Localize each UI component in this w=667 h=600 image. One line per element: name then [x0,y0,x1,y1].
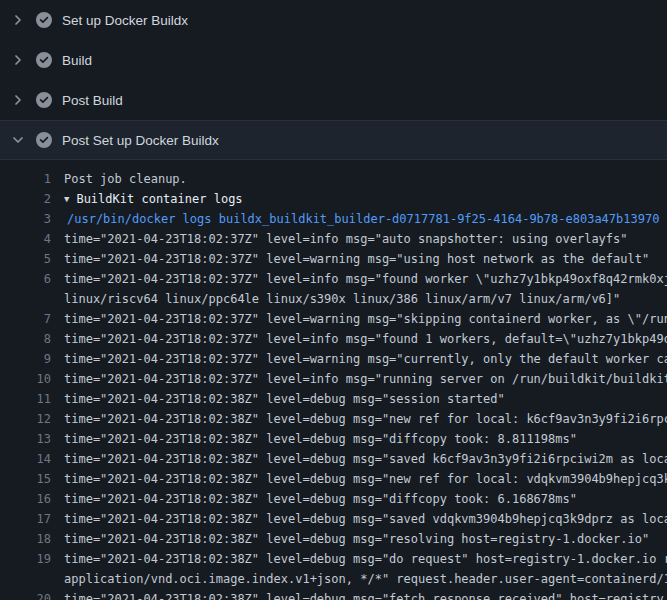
log-line-16: 16time="2021-04-23T18:02:38Z" level=debu… [0,489,667,509]
line-number[interactable]: 16 [0,489,51,509]
line-number[interactable]: 2 [0,189,51,209]
line-number[interactable]: 5 [0,249,51,269]
log-line-18: 18time="2021-04-23T18:02:38Z" level=debu… [0,529,667,549]
step-list: Set up Docker BuildxBuildPost BuildPost … [0,0,667,160]
log-text: time="2021-04-23T18:02:37Z" level=info m… [51,329,667,349]
log-text: Post job cleanup. [51,169,667,189]
log-command-text: /usr/bin/docker logs buildx_buildkit_bui… [51,209,667,229]
line-number[interactable]: 12 [0,409,51,429]
group-toggle-icon[interactable]: ▼ [64,189,69,209]
log-area: 1Post job cleanup.2▼BuildKit container l… [0,160,667,600]
log-text: time="2021-04-23T18:02:38Z" level=debug … [51,449,667,469]
actions-log-viewer: Set up Docker BuildxBuildPost BuildPost … [0,0,667,600]
chevron-down-icon [10,132,26,148]
log-line-1: 1Post job cleanup. [0,169,667,189]
log-line-6: 6time="2021-04-23T18:02:37Z" level=info … [0,269,667,289]
log-text: time="2021-04-23T18:02:37Z" level=warnin… [51,349,667,369]
line-number[interactable]: 10 [0,369,51,389]
log-line-20: 20time="2021-04-23T18:02:38Z" level=debu… [0,589,667,600]
step-header-post-set-up-docker-buildx[interactable]: Post Set up Docker Buildx [0,120,667,160]
line-number[interactable]: 3 [0,209,51,229]
chevron-right-icon [10,12,26,28]
line-number [0,289,51,309]
log-text: time="2021-04-23T18:02:38Z" level=debug … [51,509,667,529]
log-line-19: 19time="2021-04-23T18:02:38Z" level=debu… [0,549,667,569]
log-text: application/vnd.oci.image.index.v1+json,… [51,569,667,589]
line-number[interactable]: 1 [0,169,51,189]
log-text: time="2021-04-23T18:02:38Z" level=debug … [51,409,667,429]
line-number[interactable]: 17 [0,509,51,529]
step-label: Set up Docker Buildx [62,13,188,28]
log-text: time="2021-04-23T18:02:38Z" level=debug … [51,589,667,600]
log-text: time="2021-04-23T18:02:38Z" level=debug … [51,549,667,569]
check-circle-icon [36,52,52,68]
group-label: BuildKit container logs [76,192,242,206]
log-text: time="2021-04-23T18:02:37Z" level=info m… [51,229,667,249]
line-number[interactable]: 20 [0,589,51,600]
chevron-right-icon [10,52,26,68]
log-text: time="2021-04-23T18:02:38Z" level=debug … [51,389,667,409]
log-line-continuation: application/vnd.oci.image.index.v1+json,… [0,569,667,589]
log-line-7: 7time="2021-04-23T18:02:37Z" level=warni… [0,309,667,329]
log-text: time="2021-04-23T18:02:37Z" level=info m… [51,369,667,389]
line-number[interactable]: 4 [0,229,51,249]
log-line-3: 3/usr/bin/docker logs buildx_buildkit_bu… [0,209,667,229]
log-text: time="2021-04-23T18:02:38Z" level=debug … [51,489,667,509]
chevron-right-icon [10,92,26,108]
check-circle-icon [36,12,52,28]
line-number[interactable]: 13 [0,429,51,449]
line-number [0,569,51,589]
log-group-line[interactable]: ▼BuildKit container logs [51,189,667,209]
step-header-set-up-docker-buildx[interactable]: Set up Docker Buildx [0,0,667,40]
step-label: Post Build [62,93,123,108]
log-text: time="2021-04-23T18:02:37Z" level=info m… [51,269,667,289]
log-line-9: 9time="2021-04-23T18:02:37Z" level=warni… [0,349,667,369]
line-number[interactable]: 9 [0,349,51,369]
step-label: Build [62,53,92,68]
line-number[interactable]: 18 [0,529,51,549]
line-number[interactable]: 19 [0,549,51,569]
log-line-4: 4time="2021-04-23T18:02:37Z" level=info … [0,229,667,249]
line-number[interactable]: 8 [0,329,51,349]
log-line-12: 12time="2021-04-23T18:02:38Z" level=debu… [0,409,667,429]
log-text: linux/riscv64 linux/ppc64le linux/s390x … [51,289,667,309]
log-line-14: 14time="2021-04-23T18:02:38Z" level=debu… [0,449,667,469]
line-number[interactable]: 11 [0,389,51,409]
line-number[interactable]: 6 [0,269,51,289]
log-line-15: 15time="2021-04-23T18:02:38Z" level=debu… [0,469,667,489]
check-circle-icon [36,132,52,148]
log-line-13: 13time="2021-04-23T18:02:38Z" level=debu… [0,429,667,449]
log-line-5: 5time="2021-04-23T18:02:37Z" level=warni… [0,249,667,269]
log-line-2: 2▼BuildKit container logs [0,189,667,209]
line-number[interactable]: 7 [0,309,51,329]
log-text: time="2021-04-23T18:02:37Z" level=warnin… [51,309,667,329]
log-line-10: 10time="2021-04-23T18:02:37Z" level=info… [0,369,667,389]
log-line-8: 8time="2021-04-23T18:02:37Z" level=info … [0,329,667,349]
line-number[interactable]: 15 [0,469,51,489]
log-text: time="2021-04-23T18:02:38Z" level=debug … [51,429,667,449]
step-label: Post Set up Docker Buildx [62,133,219,148]
step-header-build[interactable]: Build [0,40,667,80]
log-line-continuation: linux/riscv64 linux/ppc64le linux/s390x … [0,289,667,309]
log-text: time="2021-04-23T18:02:37Z" level=warnin… [51,249,667,269]
line-number[interactable]: 14 [0,449,51,469]
check-circle-icon [36,92,52,108]
log-line-17: 17time="2021-04-23T18:02:38Z" level=debu… [0,509,667,529]
step-header-post-build[interactable]: Post Build [0,80,667,120]
log-text: time="2021-04-23T18:02:38Z" level=debug … [51,529,667,549]
log-line-11: 11time="2021-04-23T18:02:38Z" level=debu… [0,389,667,409]
log-text: time="2021-04-23T18:02:38Z" level=debug … [51,469,667,489]
